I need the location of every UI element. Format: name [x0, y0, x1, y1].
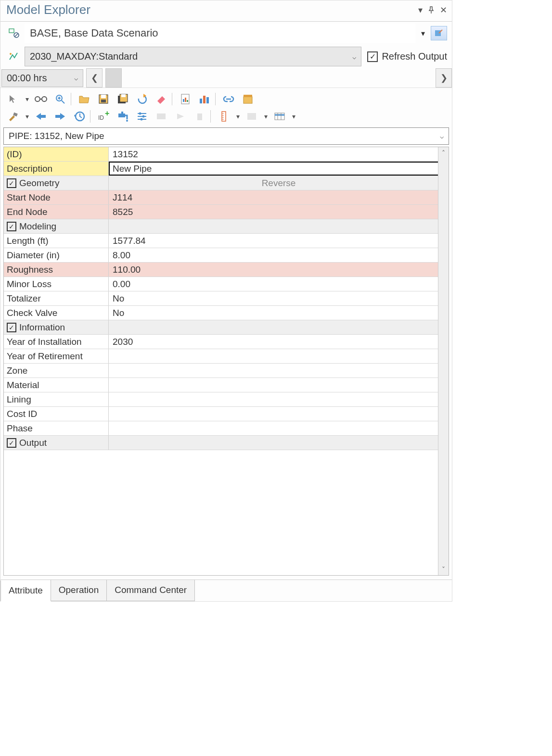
- separator: [210, 110, 213, 123]
- prop-value[interactable]: 13152: [109, 147, 449, 161]
- prop-row-phase[interactable]: Phase: [4, 421, 449, 436]
- prop-value[interactable]: J114: [109, 190, 449, 204]
- save-all-icon[interactable]: [114, 91, 131, 107]
- pin-icon[interactable]: [427, 6, 435, 14]
- link-icon[interactable]: [220, 91, 237, 107]
- box-icon[interactable]: [239, 91, 257, 107]
- scenario-field[interactable]: BASE, Base Data Scenario: [25, 24, 415, 43]
- pointer-icon[interactable]: [4, 91, 22, 107]
- prop-label: Roughness: [4, 263, 109, 277]
- pointer-dropdown[interactable]: ▾: [24, 91, 30, 107]
- prop-row-description[interactable]: Description New Pipe: [4, 162, 449, 176]
- time-select[interactable]: 00:00 hrs ⌵: [1, 69, 83, 87]
- prop-value[interactable]: No: [109, 306, 449, 320]
- prop-row-end-node[interactable]: End Node 8525: [4, 205, 449, 219]
- prop-row-totalizer[interactable]: Totalizer No: [4, 291, 449, 306]
- simulation-icon[interactable]: [5, 50, 22, 64]
- sliders-icon[interactable]: [133, 108, 151, 125]
- prop-value[interactable]: [109, 407, 449, 421]
- step-forward-button[interactable]: ❯: [436, 68, 452, 88]
- step-current-button[interactable]: [105, 68, 122, 88]
- prop-value[interactable]: [109, 364, 449, 378]
- undo-icon[interactable]: [133, 91, 151, 107]
- prop-value[interactable]: 2030: [109, 335, 449, 349]
- section-checkbox-icon[interactable]: ✓: [7, 438, 16, 448]
- simulation-select[interactable]: 2030_MAXDAY:Standard ⌵: [25, 47, 361, 66]
- prop-label: End Node: [4, 205, 109, 219]
- section-geometry[interactable]: ✓Geometry Reverse: [4, 176, 449, 190]
- hammer-icon[interactable]: [4, 108, 22, 125]
- grid-dropdown[interactable]: ▾: [262, 108, 269, 125]
- prop-value[interactable]: No: [109, 291, 449, 305]
- prop-value[interactable]: 1577.84: [109, 234, 449, 248]
- prop-row-cost-id[interactable]: Cost ID: [4, 407, 449, 421]
- scenario-tree-icon[interactable]: [5, 26, 22, 40]
- section-modeling[interactable]: ✓Modeling: [4, 219, 449, 234]
- prop-row-year-retire[interactable]: Year of Retirement: [4, 349, 449, 364]
- section-checkbox-icon[interactable]: ✓: [7, 178, 16, 188]
- eraser-icon[interactable]: [153, 91, 170, 107]
- prop-label: Material: [4, 378, 109, 392]
- history-icon[interactable]: [71, 108, 88, 125]
- prop-row-start-node[interactable]: Start Node J114: [4, 190, 449, 205]
- section-information[interactable]: ✓Information: [4, 320, 449, 335]
- svg-point-37: [142, 115, 145, 118]
- scroll-up-icon[interactable]: ˄: [442, 149, 445, 157]
- close-icon[interactable]: ✕: [440, 5, 447, 15]
- reverse-action[interactable]: Reverse: [109, 176, 449, 190]
- zoom-icon[interactable]: [51, 91, 69, 107]
- element-selector[interactable]: PIPE: 13152, New Pipe ⌵: [3, 127, 449, 145]
- faucet-icon[interactable]: [114, 108, 131, 125]
- prop-row-length[interactable]: Length (ft) 1577.84: [4, 234, 449, 248]
- prop-value[interactable]: [109, 421, 449, 435]
- save-icon[interactable]: [95, 91, 112, 107]
- scenario-dropdown[interactable]: [418, 29, 428, 38]
- dropdown-icon[interactable]: ▾: [418, 5, 423, 15]
- grid-icon[interactable]: [243, 108, 260, 125]
- scenario-row: BASE, Base Data Scenario: [0, 22, 452, 45]
- prop-row-year-install[interactable]: Year of Installation 2030: [4, 335, 449, 349]
- prop-value[interactable]: [109, 392, 449, 406]
- id-add-icon[interactable]: ID+: [95, 108, 112, 125]
- prop-value[interactable]: [109, 349, 449, 363]
- prop-value[interactable]: 0.00: [109, 277, 449, 291]
- separator: [215, 93, 218, 105]
- refresh-output-checkbox[interactable]: ✓ Refresh Output: [364, 51, 447, 62]
- prop-row-material[interactable]: Material: [4, 378, 449, 392]
- hammer-dropdown[interactable]: ▾: [24, 108, 30, 125]
- section-label: Modeling: [19, 221, 56, 232]
- ruler-icon[interactable]: [215, 108, 232, 125]
- prop-value[interactable]: 8.00: [109, 248, 449, 262]
- prop-row-zone[interactable]: Zone: [4, 364, 449, 378]
- tab-operation[interactable]: Operation: [51, 580, 107, 601]
- section-checkbox-icon[interactable]: ✓: [7, 323, 16, 332]
- separator: [172, 93, 175, 105]
- section-checkbox-icon[interactable]: ✓: [7, 222, 16, 231]
- table-dropdown[interactable]: ▾: [290, 108, 297, 125]
- section-output[interactable]: ✓Output: [4, 436, 449, 450]
- glasses-icon[interactable]: [32, 91, 50, 107]
- prop-value[interactable]: 8525: [109, 205, 449, 219]
- scrollbar[interactable]: ˄ ˅: [438, 147, 449, 575]
- scroll-down-icon[interactable]: ˅: [442, 566, 445, 573]
- prop-row-minor-loss[interactable]: Minor Loss 0.00: [4, 277, 449, 291]
- arrow-left-icon[interactable]: [32, 108, 50, 125]
- prop-row-roughness[interactable]: Roughness 110.00: [4, 263, 449, 277]
- prop-row-id[interactable]: (ID) 13152: [4, 147, 449, 162]
- tab-attribute[interactable]: Attribute: [0, 580, 51, 602]
- prop-value[interactable]: New Pipe: [109, 162, 449, 176]
- step-back-button[interactable]: ❮: [86, 68, 103, 88]
- arrow-right-icon[interactable]: [51, 108, 69, 125]
- report-icon[interactable]: [177, 91, 194, 107]
- prop-row-check-valve[interactable]: Check Valve No: [4, 306, 449, 320]
- tab-command-center[interactable]: Command Center: [106, 580, 195, 601]
- prop-row-diameter[interactable]: Diameter (in) 8.00: [4, 248, 449, 263]
- prop-value[interactable]: [109, 378, 449, 392]
- table-icon[interactable]: [271, 108, 288, 125]
- prop-value[interactable]: 110.00: [109, 263, 449, 277]
- chart-icon[interactable]: [196, 91, 213, 107]
- open-folder-icon[interactable]: [76, 91, 93, 107]
- edit-scenario-button[interactable]: [431, 26, 447, 40]
- prop-row-lining[interactable]: Lining: [4, 392, 449, 407]
- ruler-dropdown[interactable]: ▾: [234, 108, 241, 125]
